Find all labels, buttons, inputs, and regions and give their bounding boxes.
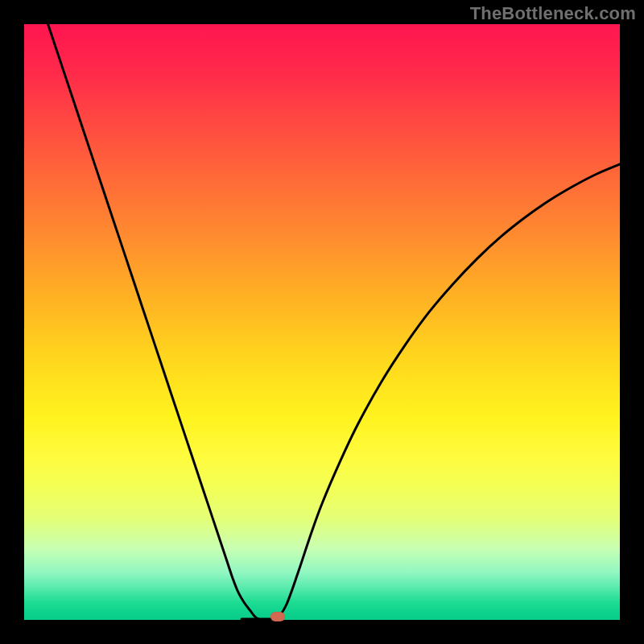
chart-frame: TheBottleneck.com [0,0,644,644]
plot-svg [24,24,620,620]
curve-right [278,164,621,619]
plot-area [24,24,620,620]
watermark-text: TheBottleneck.com [470,3,636,24]
bottleneck-marker [270,612,285,621]
curve-left [48,24,260,619]
